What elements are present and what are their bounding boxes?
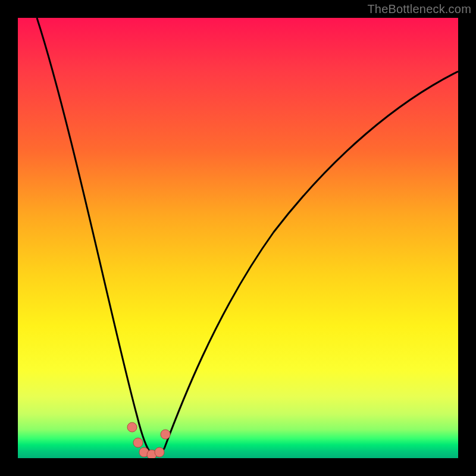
outer-frame: TheBottleneck.com	[0, 0, 476, 476]
curve-path-group	[37, 18, 458, 455]
marker-dot	[161, 430, 170, 439]
bottleneck-curve	[18, 18, 458, 458]
marker-dot	[155, 447, 164, 457]
curve-right	[164, 71, 458, 449]
marker-dot	[133, 438, 143, 447]
plot-area	[18, 18, 458, 458]
curve-left	[37, 18, 151, 453]
marker-group	[127, 422, 170, 458]
watermark-text: TheBottleneck.com	[367, 2, 471, 16]
marker-dot	[127, 422, 137, 432]
